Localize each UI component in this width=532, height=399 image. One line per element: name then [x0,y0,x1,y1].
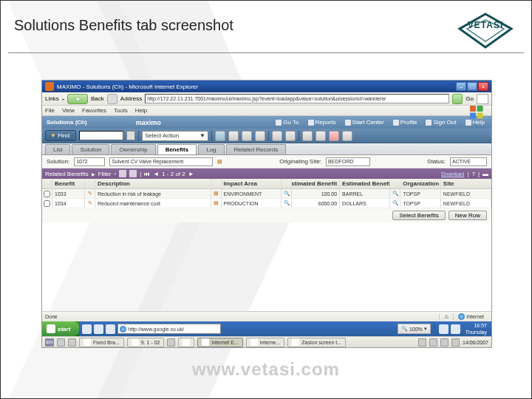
tray-icon[interactable] [451,338,460,347]
pager-next-icon[interactable]: ► [188,171,194,177]
menu-file[interactable]: File [45,107,55,114]
taskbar-button[interactable]: 9. 1 - 02 [127,338,165,347]
desc-detail-icon[interactable]: ▤ [217,159,222,165]
start-button[interactable]: start [42,321,79,336]
row-detail-icon[interactable]: ✎ [88,191,92,197]
find-input[interactable] [79,131,123,140]
close-button[interactable]: × [478,82,488,91]
tray-icon[interactable] [57,338,65,347]
links-chevron-icon[interactable]: » [62,97,64,101]
nav-goto[interactable]: Go To [273,119,301,126]
nav-startcenter[interactable]: Start Center [343,119,386,126]
col-impact-area[interactable]: Impact Area [222,179,282,188]
live-search-button[interactable] [477,94,488,104]
tab-list[interactable]: List [45,144,70,154]
go-button[interactable] [452,94,463,104]
nav-signout[interactable]: Sign Out [423,119,458,126]
solution-id-field[interactable]: 1072 [74,157,105,166]
row-checkbox[interactable] [44,191,50,197]
ie-nav-toolbar: Links » Back Address http://172.22.11.23… [42,92,491,106]
language-indicator[interactable]: EN [45,338,54,347]
next-icon[interactable] [255,131,265,141]
delete-icon[interactable] [329,131,339,141]
section-collapse-icon[interactable]: ▬ [482,171,488,177]
table-row[interactable]: 1034 ✎ Reduced maintenance cost ▤ PRODUC… [42,199,491,208]
pager-first-icon[interactable]: ⏮ [144,171,150,177]
menu-favorites[interactable]: Favorites [82,107,106,114]
quicklaunch-icon[interactable] [94,324,103,334]
taskbar-button[interactable]: Zaslon screen t... [287,338,346,347]
filter-label[interactable]: Filter [98,171,112,177]
new-row-button[interactable]: New Row [449,211,487,220]
download-link[interactable]: Download [441,171,464,177]
section-help-icon[interactable]: ? [471,171,474,177]
pager-prev-icon[interactable]: ◄ [153,171,159,177]
previous-icon[interactable] [242,131,252,141]
unit-lookup-icon[interactable]: 🔍 [392,191,399,197]
section-title: Related Benefits [45,171,89,177]
help-icon [466,120,471,126]
zoom-control[interactable]: 🔍 100% ▾ [398,324,431,334]
insert-icon[interactable] [228,131,239,141]
tab-benefits[interactable]: Benefits [157,144,197,154]
filter-icon[interactable] [119,170,126,177]
menu-tools[interactable]: Tools [114,107,128,114]
tray-icon[interactable] [429,338,437,347]
tab-related-records[interactable]: Related Records [226,144,287,154]
impact-lookup-icon[interactable]: 🔍 [284,200,290,206]
tab-solution[interactable]: Solution [72,144,109,154]
tray-icon[interactable] [68,338,76,347]
desc-long-icon[interactable]: ▤ [214,200,219,206]
menu-view[interactable]: View [62,107,75,114]
attachments-icon[interactable] [302,131,313,141]
back-button[interactable] [67,94,88,104]
route-icon[interactable] [272,131,282,141]
save-icon[interactable] [215,131,225,141]
impact-lookup-icon[interactable]: 🔍 [284,191,290,197]
tray-icon[interactable] [439,324,449,334]
nav-profile[interactable]: Profile [391,119,420,126]
tab-ownership[interactable]: Ownership [111,144,155,154]
tray-icon[interactable] [167,338,175,347]
col-description[interactable]: Description [95,179,211,188]
col-benefit[interactable]: Benefit [52,179,85,188]
print-icon[interactable] [316,131,326,141]
nav-reports[interactable]: Reports [306,119,338,126]
grid-footer: Select Benefits New Row [42,208,491,222]
minimize-button[interactable]: – [456,82,466,91]
desc-long-icon[interactable]: ▤ [214,191,219,197]
tray-icon[interactable] [418,338,426,347]
unit-lookup-icon[interactable]: 🔍 [392,200,399,206]
solution-desc-field[interactable]: Solvent CV Valve Replacement [109,157,213,166]
workflow-icon[interactable] [285,131,296,141]
orig-site-field[interactable]: BEDFORD [326,157,370,166]
address-bar[interactable]: http://172.22.11.231:7001/maximo/ui/maxi… [145,94,449,103]
maximize-button[interactable]: □ [467,82,477,91]
taskbar-address[interactable]: http://www.google.co.uk/ [117,324,221,334]
taskbar-button[interactable] [178,338,194,347]
filter-toggle-icon[interactable]: ▶ [92,171,95,177]
row-detail-icon[interactable]: ✎ [88,200,92,206]
select-benefits-button[interactable]: Select Benefits [392,211,445,220]
col-est-unit[interactable]: Estimated Benefit Units [340,179,390,188]
col-est-benefit[interactable]: Estimated Benefit [292,179,340,188]
forward-button[interactable] [107,94,117,104]
tab-log[interactable]: Log [198,144,224,154]
col-organization[interactable]: Organization [400,179,441,188]
select-action-dropdown[interactable]: Select Action▼ [142,131,208,141]
find-lookup-button[interactable] [126,131,135,140]
col-site[interactable]: Site [441,179,491,188]
nav-help[interactable]: Help [463,119,487,126]
quicklaunch-icon[interactable] [82,324,92,334]
tray-icon[interactable] [440,338,449,347]
sort-icon[interactable] [129,170,137,177]
quicklaunch-icon[interactable] [106,324,115,334]
taskbar-button[interactable]: Fixed Bra... [79,338,124,347]
table-row[interactable]: 1033 ✎ Reduction in risk of leakage ▤ EN… [42,189,491,199]
taskbar-button[interactable]: Interne... [246,338,285,347]
misc-icon[interactable] [342,131,352,141]
row-checkbox[interactable] [44,200,50,207]
menu-help[interactable]: Help [135,107,147,114]
taskbar-button[interactable]: Internet E... [197,338,242,347]
tray-icon[interactable] [451,324,460,334]
